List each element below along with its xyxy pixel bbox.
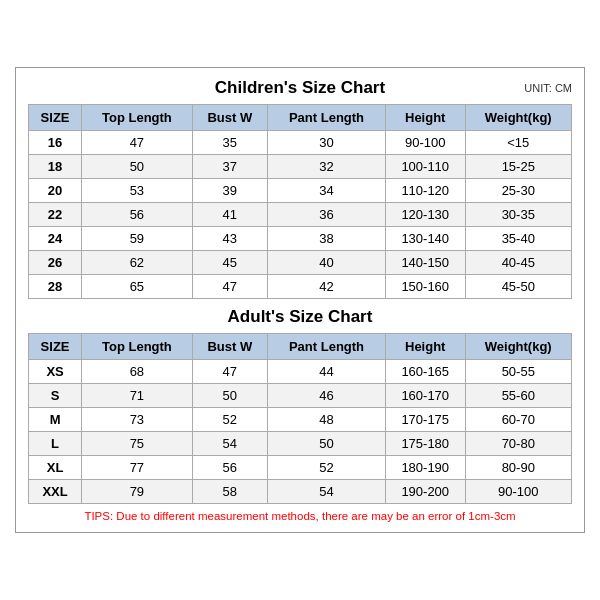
table-cell: 47 — [82, 131, 192, 155]
children-col-pantlength: Pant Length — [268, 105, 386, 131]
children-col-bustw: Bust W — [192, 105, 267, 131]
table-cell: XL — [29, 456, 82, 480]
table-cell: 90-100 — [385, 131, 465, 155]
table-cell: 34 — [268, 179, 386, 203]
table-cell: 120-130 — [385, 203, 465, 227]
table-cell: 37 — [192, 155, 267, 179]
table-cell: 56 — [192, 456, 267, 480]
table-cell: 45-50 — [465, 275, 572, 299]
table-cell: 100-110 — [385, 155, 465, 179]
table-cell: 18 — [29, 155, 82, 179]
table-cell: <15 — [465, 131, 572, 155]
table-cell: 43 — [192, 227, 267, 251]
table-row: XXL795854190-20090-100 — [29, 480, 572, 504]
table-cell: 30-35 — [465, 203, 572, 227]
table-row: 28654742150-16045-50 — [29, 275, 572, 299]
table-cell: 16 — [29, 131, 82, 155]
children-col-size: SIZE — [29, 105, 82, 131]
table-cell: 48 — [268, 408, 386, 432]
table-cell: 35 — [192, 131, 267, 155]
table-row: 24594338130-14035-40 — [29, 227, 572, 251]
adult-header-row: SIZE Top Length Bust W Pant Length Heigh… — [29, 334, 572, 360]
table-row: S715046160-17055-60 — [29, 384, 572, 408]
table-cell: 75 — [82, 432, 192, 456]
table-row: 20533934110-12025-30 — [29, 179, 572, 203]
table-cell: 71 — [82, 384, 192, 408]
table-cell: 42 — [268, 275, 386, 299]
table-cell: 130-140 — [385, 227, 465, 251]
table-cell: 41 — [192, 203, 267, 227]
adult-col-toplength: Top Length — [82, 334, 192, 360]
table-cell: 54 — [192, 432, 267, 456]
table-cell: XS — [29, 360, 82, 384]
table-cell: 32 — [268, 155, 386, 179]
table-cell: 26 — [29, 251, 82, 275]
table-cell: 35-40 — [465, 227, 572, 251]
unit-label: UNIT: CM — [524, 82, 572, 94]
table-cell: 90-100 — [465, 480, 572, 504]
table-cell: 50 — [82, 155, 192, 179]
table-cell: 40-45 — [465, 251, 572, 275]
table-row: 22564136120-13030-35 — [29, 203, 572, 227]
children-header-row: SIZE Top Length Bust W Pant Length Heigh… — [29, 105, 572, 131]
table-cell: 73 — [82, 408, 192, 432]
table-cell: 60-70 — [465, 408, 572, 432]
table-row: XS684744160-16550-55 — [29, 360, 572, 384]
table-cell: 36 — [268, 203, 386, 227]
table-cell: 22 — [29, 203, 82, 227]
table-row: 18503732100-11015-25 — [29, 155, 572, 179]
children-chart-title: Children's Size Chart — [215, 78, 385, 98]
table-cell: 110-120 — [385, 179, 465, 203]
table-cell: 58 — [192, 480, 267, 504]
table-cell: M — [29, 408, 82, 432]
table-cell: 62 — [82, 251, 192, 275]
children-col-weight: Weight(kg) — [465, 105, 572, 131]
table-cell: 175-180 — [385, 432, 465, 456]
table-cell: 44 — [268, 360, 386, 384]
adult-col-size: SIZE — [29, 334, 82, 360]
table-cell: 38 — [268, 227, 386, 251]
adult-col-weight: Weight(kg) — [465, 334, 572, 360]
table-cell: 45 — [192, 251, 267, 275]
adult-col-pantlength: Pant Length — [268, 334, 386, 360]
table-cell: L — [29, 432, 82, 456]
children-col-height: Height — [385, 105, 465, 131]
table-cell: 46 — [268, 384, 386, 408]
table-cell: 150-160 — [385, 275, 465, 299]
adult-col-height: Height — [385, 334, 465, 360]
table-cell: 53 — [82, 179, 192, 203]
table-cell: 170-175 — [385, 408, 465, 432]
table-cell: 50 — [192, 384, 267, 408]
table-cell: 15-25 — [465, 155, 572, 179]
chart-wrapper: Children's Size Chart UNIT: CM SIZE Top … — [15, 67, 585, 533]
table-cell: 190-200 — [385, 480, 465, 504]
table-cell: 56 — [82, 203, 192, 227]
table-cell: 47 — [192, 275, 267, 299]
table-cell: S — [29, 384, 82, 408]
table-cell: 80-90 — [465, 456, 572, 480]
table-cell: 47 — [192, 360, 267, 384]
table-cell: 20 — [29, 179, 82, 203]
adult-table: SIZE Top Length Bust W Pant Length Heigh… — [28, 333, 572, 504]
table-cell: XXL — [29, 480, 82, 504]
table-cell: 160-170 — [385, 384, 465, 408]
table-cell: 54 — [268, 480, 386, 504]
table-cell: 40 — [268, 251, 386, 275]
children-title-row: Children's Size Chart UNIT: CM — [28, 78, 572, 98]
table-cell: 68 — [82, 360, 192, 384]
children-table: SIZE Top Length Bust W Pant Length Heigh… — [28, 104, 572, 299]
table-cell: 65 — [82, 275, 192, 299]
table-cell: 39 — [192, 179, 267, 203]
table-cell: 50 — [268, 432, 386, 456]
table-cell: 52 — [192, 408, 267, 432]
table-cell: 24 — [29, 227, 82, 251]
table-cell: 25-30 — [465, 179, 572, 203]
table-row: M735248170-17560-70 — [29, 408, 572, 432]
adult-title-row: Adult's Size Chart — [28, 307, 572, 327]
table-cell: 50-55 — [465, 360, 572, 384]
adult-chart-title: Adult's Size Chart — [228, 307, 373, 327]
tips-text: TIPS: Due to different measurement metho… — [28, 510, 572, 522]
table-row: 26624540140-15040-45 — [29, 251, 572, 275]
table-row: XL775652180-19080-90 — [29, 456, 572, 480]
table-cell: 79 — [82, 480, 192, 504]
